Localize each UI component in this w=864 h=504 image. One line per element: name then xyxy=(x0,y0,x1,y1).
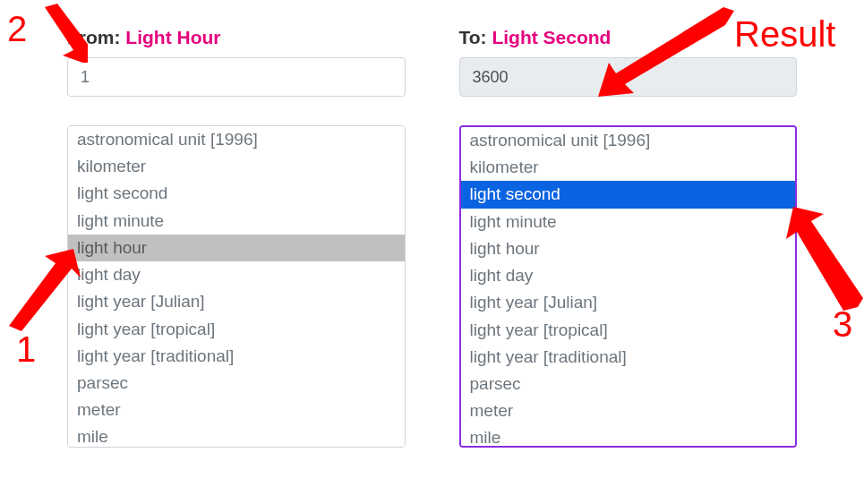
from-selected-unit: Light Hour xyxy=(125,27,220,47)
annotation-arrow-result xyxy=(591,0,743,107)
list-item[interactable]: light year [tropical] xyxy=(68,316,405,343)
list-item[interactable]: light second xyxy=(461,181,796,208)
svg-marker-2 xyxy=(598,7,734,97)
list-item[interactable]: meter xyxy=(68,397,405,423)
list-item[interactable]: light hour xyxy=(461,235,796,262)
from-listbox-wrapper: astronomical unit [1996]kilometerlight s… xyxy=(67,125,406,448)
to-prefix: To: xyxy=(459,27,492,47)
list-item[interactable]: meter xyxy=(461,397,796,424)
list-item[interactable]: astronomical unit [1996] xyxy=(461,127,796,154)
list-item[interactable]: light day xyxy=(461,262,796,289)
from-column: From: Light Hour astronomical unit [1996… xyxy=(67,27,406,448)
list-item[interactable]: astronomical unit [1996] xyxy=(68,126,405,153)
from-value-input[interactable] xyxy=(67,57,406,97)
list-item[interactable]: light second xyxy=(68,180,405,207)
list-item[interactable]: parsec xyxy=(68,370,405,397)
annotation-arrow-1 xyxy=(0,242,90,340)
list-item[interactable]: parsec xyxy=(461,371,796,397)
list-item[interactable]: light year [traditional] xyxy=(68,343,405,370)
list-item[interactable]: light minute xyxy=(461,209,796,235)
list-item[interactable]: kilometer xyxy=(461,154,796,181)
svg-marker-0 xyxy=(45,4,88,63)
list-item[interactable]: light year [traditional] xyxy=(461,344,796,371)
list-item[interactable]: light year [Julian] xyxy=(68,288,405,315)
svg-marker-3 xyxy=(786,207,863,311)
list-item[interactable]: mile xyxy=(68,423,405,447)
list-item[interactable]: light year [tropical] xyxy=(461,317,796,344)
to-listbox-wrapper: astronomical unit [1996]kilometerlight s… xyxy=(459,125,798,448)
to-unit-listbox[interactable]: astronomical unit [1996]kilometerlight s… xyxy=(461,127,796,446)
list-item[interactable]: light year [Julian] xyxy=(461,289,796,316)
annotation-result-label: Result xyxy=(734,14,835,55)
annotation-num-2: 2 xyxy=(7,9,27,49)
list-item[interactable]: light minute xyxy=(68,208,405,235)
svg-marker-1 xyxy=(9,249,81,331)
annotation-arrow-3 xyxy=(781,201,864,318)
list-item[interactable]: light day xyxy=(68,261,405,288)
list-item[interactable]: mile xyxy=(461,424,796,446)
from-label: From: Light Hour xyxy=(67,27,406,48)
from-unit-listbox[interactable]: astronomical unit [1996]kilometerlight s… xyxy=(68,126,405,447)
list-item[interactable]: light hour xyxy=(68,235,405,261)
list-item[interactable]: kilometer xyxy=(68,153,405,180)
annotation-arrow-2 xyxy=(25,0,88,63)
